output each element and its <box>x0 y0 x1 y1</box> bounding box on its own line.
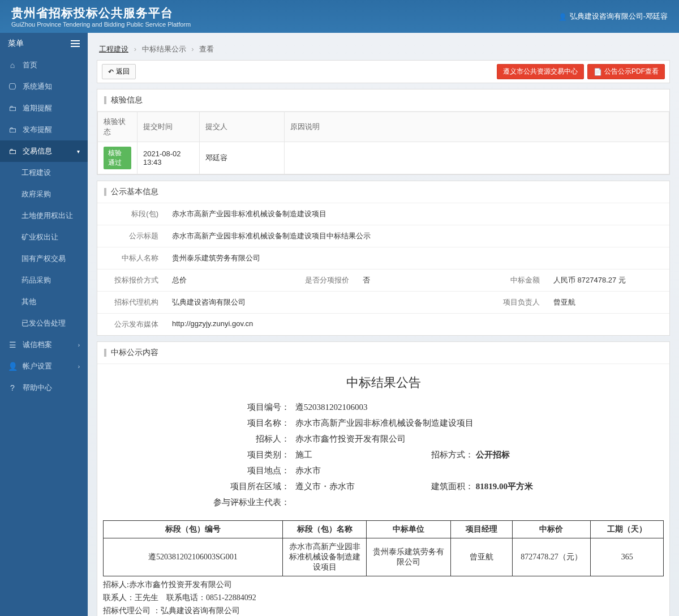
main-content: 工程建设 › 中标结果公示 › 查看 ↶返回 遵义市公共资源交易中心 📄公告公示… <box>88 33 679 616</box>
table-row: 遵520381202106003SG001 赤水市高新产业园非标准机械设备制造建… <box>104 538 664 576</box>
val-pub-title: 赤水市高新产业园非标准机械设备制造建设项目中标结果公示 <box>165 225 669 247</box>
sub-gov-procure[interactable]: 政府采购 <box>0 183 88 205</box>
doc-title: 中标结果公告 <box>103 374 664 391</box>
panel-title: 公示基本信息 <box>97 181 669 203</box>
pdf-view-button[interactable]: 📄公告公示PDF查看 <box>587 64 665 79</box>
bc-view: 查看 <box>199 45 214 53</box>
chevron-down-icon: ▾ <box>77 148 80 155</box>
cell-section-no: 遵520381202106003SG001 <box>104 538 283 576</box>
val-manager: 曾亚航 <box>547 292 669 313</box>
table-row: 核验通过 2021-08-02 13:43 邓廷容 <box>98 142 669 174</box>
sub-state-asset[interactable]: 国有产权交易 <box>0 248 88 270</box>
bid-result-table: 标段（包）编号 标段（包）名称 中标单位 项目经理 中标价 工期（天） 遵520… <box>103 520 664 576</box>
verification-table: 核验状态 提交时间 提交人 原因说明 核验通过 2021-08-02 13:43… <box>97 112 669 174</box>
breadcrumb: 工程建设 › 中标结果公示 › 查看 <box>97 40 670 60</box>
doc-area: 81819.00平方米 <box>476 482 533 491</box>
home-icon: ⌂ <box>8 61 17 70</box>
sub-land[interactable]: 土地使用权出让 <box>0 205 88 226</box>
panel-basic-info: 公示基本信息 标段(包)赤水市高新产业园非标准机械设备制造建设项目 公示标题赤水… <box>97 181 670 336</box>
submenu-trade: 工程建设 政府采购 土地使用权出让 矿业权出让 国有产权交易 药品采购 其他 已… <box>0 162 88 334</box>
menu-header: 菜单 <box>0 33 88 54</box>
exchange-center-button[interactable]: 遵义市公共资源交易中心 <box>497 64 584 79</box>
doc-tenderee: 赤水市鑫竹投资开发有限公司 <box>295 431 409 447</box>
val-winner: 贵州泰乐建筑劳务有限公司 <box>165 247 669 269</box>
doc-addr: 赤水市 <box>295 463 409 478</box>
nav-help[interactable]: ?帮助中心 <box>0 377 88 399</box>
monitor-icon: 🖵 <box>8 82 17 91</box>
bc-engineering[interactable]: 工程建设 <box>99 45 128 53</box>
val-amount: 人民币 8727478.27 元 <box>547 270 669 291</box>
menu-label: 菜单 <box>8 38 24 49</box>
help-icon: ? <box>8 383 17 392</box>
sub-sent[interactable]: 已发公告处理 <box>0 313 88 334</box>
cell-time: 2021-08-02 13:43 <box>137 142 200 174</box>
cell-reason <box>285 142 669 174</box>
doc-bid-method: 公开招标 <box>476 450 510 459</box>
folder-icon: 🗀 <box>8 104 17 113</box>
col-reason: 原因说明 <box>285 112 669 142</box>
user-info[interactable]: 弘典建设咨询有限公司-邓廷容 <box>558 11 668 22</box>
val-partial: 否 <box>356 270 479 291</box>
doc-region: 遵义市・赤水市 <box>295 478 409 494</box>
doc-category: 施工 <box>295 447 409 463</box>
toolbar: ↶返回 遵义市公共资源交易中心 📄公告公示PDF查看 <box>97 60 670 83</box>
cell-price: 8727478.27（元） <box>512 538 591 576</box>
col-time: 提交时间 <box>137 112 200 142</box>
back-button[interactable]: ↶返回 <box>102 64 136 79</box>
panel-announcement: 中标公示内容 中标结果公告 项目编号：遵520381202106003 项目名称… <box>97 341 670 616</box>
status-badge: 核验通过 <box>104 147 131 169</box>
nav-publish[interactable]: 🗀发布提醒 <box>0 119 88 140</box>
doc-proj-name: 赤水市高新产业园非标准机械设备制造建设项目 <box>295 415 474 431</box>
nav-account[interactable]: 👤帐户设置› <box>0 356 88 377</box>
folder-icon: 🗀 <box>8 147 17 156</box>
sub-other[interactable]: 其他 <box>0 291 88 313</box>
nav-system-notice[interactable]: 🖵系统通知 <box>0 76 88 97</box>
col-person: 提交人 <box>200 112 285 142</box>
sub-drug[interactable]: 药品采购 <box>0 270 88 291</box>
announcement-document: 中标结果公告 项目编号：遵520381202106003 项目名称：赤水市高新产… <box>97 364 669 616</box>
val-section: 赤水市高新产业园非标准机械设备制造建设项目 <box>165 203 669 225</box>
panel-verification: 核验信息 核验状态 提交时间 提交人 原因说明 核验通过 2021-08-02 … <box>97 89 670 175</box>
cell-winner: 贵州泰乐建筑劳务有限公司 <box>367 538 451 576</box>
app-header: 贵州省招标投标公共服务平台 GuiZhou Province Tendering… <box>0 0 679 33</box>
user-icon <box>558 12 567 21</box>
col-status: 核验状态 <box>98 112 137 142</box>
cell-manager: 曾亚航 <box>450 538 512 576</box>
doc-footer: 招标人:赤水市鑫竹投资开发有限公司 联系人：王先生 联系电话：0851-2288… <box>103 579 664 616</box>
nav-overdue[interactable]: 🗀逾期提醒 <box>0 97 88 119</box>
cell-section-name: 赤水市高新产业园非标准机械设备制造建设项目 <box>282 538 367 576</box>
bc-result[interactable]: 中标结果公示 <box>142 45 186 53</box>
pdf-icon: 📄 <box>594 68 602 76</box>
sub-engineering[interactable]: 工程建设 <box>0 162 88 183</box>
sidebar: 菜单 ⌂首页 🖵系统通知 🗀逾期提醒 🗀发布提醒 🗀交易信息▾ 工程建设 政府采… <box>0 33 88 616</box>
app-title: 贵州省招标投标公共服务平台 <box>11 5 191 21</box>
user-name: 弘典建设咨询有限公司-邓廷容 <box>570 11 668 22</box>
chevron-right-icon: › <box>78 363 80 370</box>
chevron-right-icon: › <box>78 342 80 348</box>
folder-icon: 🗀 <box>8 125 17 134</box>
panel-title: 中标公示内容 <box>97 342 669 364</box>
app-subtitle: GuiZhou Province Tendering and Bidding P… <box>11 21 191 28</box>
back-icon: ↶ <box>108 68 114 76</box>
val-media: http://ggzyjy.zunyi.gov.cn <box>165 314 669 335</box>
doc-proj-no: 遵520381202106003 <box>295 399 409 415</box>
nav-trade-info[interactable]: 🗀交易信息▾ <box>0 140 88 162</box>
nav-integrity[interactable]: ☰诚信档案› <box>0 334 88 356</box>
list-icon: ☰ <box>8 340 17 349</box>
nav-home[interactable]: ⌂首页 <box>0 54 88 76</box>
val-quote-type: 总价 <box>165 270 288 291</box>
cell-person: 邓廷容 <box>200 142 285 174</box>
hamburger-icon[interactable] <box>71 40 80 47</box>
val-agent: 弘典建设咨询有限公司 <box>165 292 479 313</box>
person-icon: 👤 <box>8 362 17 371</box>
panel-title: 核验信息 <box>97 89 669 112</box>
sub-mineral[interactable]: 矿业权出让 <box>0 226 88 248</box>
cell-duration: 365 <box>591 538 664 576</box>
